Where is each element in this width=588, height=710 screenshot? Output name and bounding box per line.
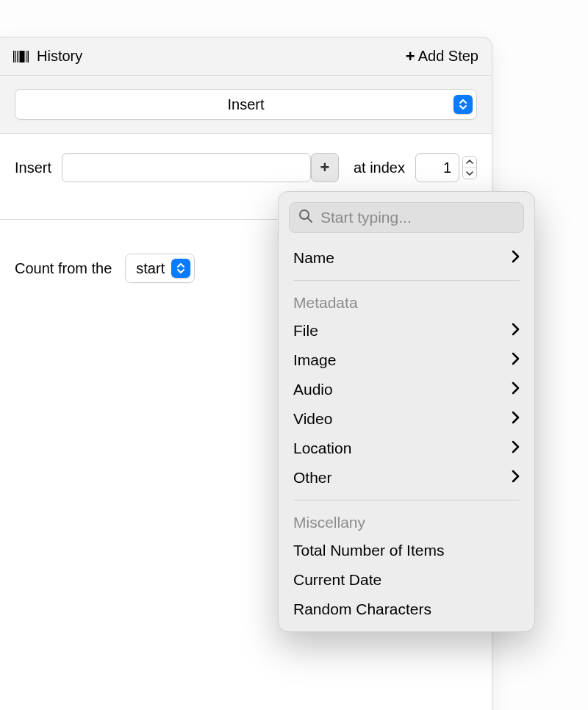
svg-rect-0 [13,51,15,62]
popover-item-current-date[interactable]: Current Date [290,565,523,595]
index-stepper [415,153,477,182]
svg-line-7 [308,218,312,222]
popover-item-other[interactable]: Other [290,463,523,492]
popover-item-label: Video [293,410,332,428]
plus-icon: + [406,49,415,65]
add-step-button[interactable]: + Add Step [406,48,478,65]
popover-heading-metadata: Metadata [290,288,523,316]
panel-header: History + Add Step [0,37,492,76]
chevron-right-icon [512,249,520,267]
chevron-right-icon [512,440,520,457]
panel-title: History [37,48,82,65]
chevron-up-down-icon [171,259,190,278]
chevron-right-icon [512,410,520,428]
barcode-icon [13,51,29,62]
popover-item-total-items[interactable]: Total Number of Items [290,536,523,565]
popover-divider [293,280,520,281]
insert-token-button[interactable]: + [311,153,339,182]
popover-divider [293,500,520,501]
count-from-label: Count from the [15,260,112,277]
popover-item-name[interactable]: Name [290,243,523,273]
popover-item-location[interactable]: Location [290,434,523,463]
chevron-up-down-icon [453,95,473,114]
popover-item-image[interactable]: Image [290,345,523,375]
popover-search-field[interactable] [289,202,524,233]
count-direction-value: start [136,260,165,277]
popover-item-label: Current Date [293,571,381,589]
chevron-right-icon [512,381,520,398]
search-icon [298,209,313,226]
popover-item-file[interactable]: File [290,316,523,345]
popover-item-label: Total Number of Items [293,542,444,559]
popover-item-video[interactable]: Video [290,404,523,434]
chevron-right-icon [512,322,520,340]
svg-point-6 [300,210,309,219]
insert-text-input[interactable] [62,153,311,182]
plus-icon: + [320,158,330,177]
step-type-value: Insert [227,96,264,113]
add-step-label: Add Step [418,48,478,65]
at-index-label: at index [354,159,405,176]
svg-rect-2 [18,51,19,62]
index-input[interactable] [415,153,459,182]
stepper-buttons [462,156,477,179]
popover-search-input[interactable] [320,209,514,226]
popover-item-label: Random Characters [293,600,431,618]
popover-heading-misc: Miscellany [290,508,523,536]
popover-item-random-chars[interactable]: Random Characters [290,595,523,624]
chevron-right-icon [512,351,520,369]
step-type-select[interactable]: Insert [15,89,477,120]
chevron-right-icon [512,469,520,487]
popover-item-label: Location [293,440,351,457]
popover-item-label: Other [293,469,332,487]
popover-item-label: Audio [293,381,333,398]
token-popover: Name Metadata File Image Audio Video Loc… [278,191,535,632]
svg-rect-4 [26,51,26,62]
popover-item-label: Image [293,351,336,369]
step-type-row: Insert [0,76,492,134]
insert-label: Insert [15,159,51,176]
popover-item-audio[interactable]: Audio [290,375,523,404]
insert-row: Insert + at index [0,134,492,182]
svg-rect-1 [15,51,16,62]
stepper-down-button[interactable] [463,168,476,179]
svg-rect-5 [28,51,29,62]
popover-item-label: Name [293,249,334,267]
popover-list: Name Metadata File Image Audio Video Loc… [279,243,534,624]
count-direction-select[interactable]: start [125,254,195,283]
popover-item-label: File [293,322,318,340]
header-title-group: History [13,48,82,65]
stepper-up-button[interactable] [463,157,476,168]
svg-rect-3 [20,51,25,62]
